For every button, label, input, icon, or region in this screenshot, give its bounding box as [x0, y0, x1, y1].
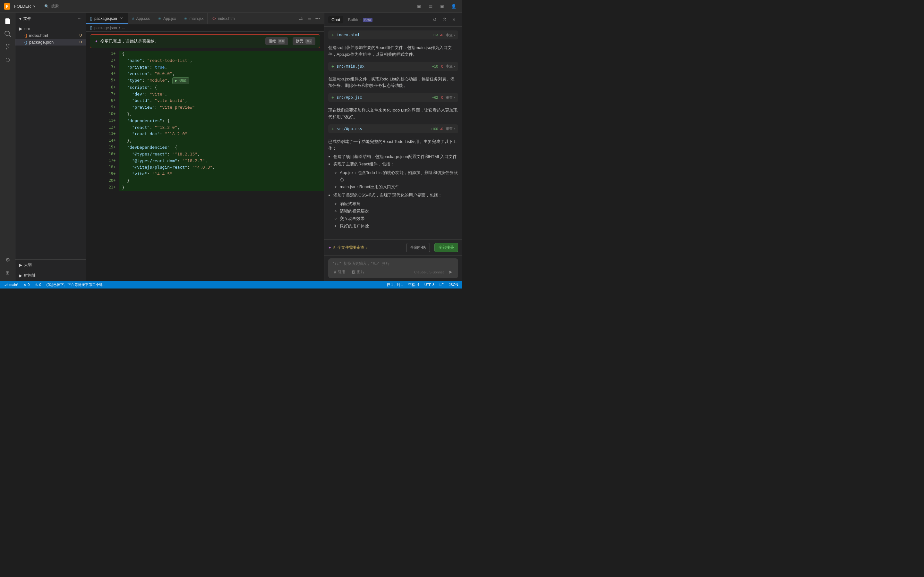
- activity-grid-btn[interactable]: ⊞: [2, 267, 13, 278]
- file-card-index-html-stats: +13 -0: [432, 33, 443, 37]
- file-card-app-jsx-header[interactable]: + src/App.jsx +62 -0 审查 ›: [328, 93, 458, 102]
- breadcrumb-file-icon: {}: [90, 26, 92, 30]
- tab-app-jsx[interactable]: ⚛ App.jsx: [154, 13, 180, 24]
- status-lang[interactable]: JSON: [449, 283, 458, 287]
- tab-main-jsx[interactable]: ⚛ main.jsx: [180, 13, 208, 24]
- tab-index-htm-icon: <>: [212, 16, 216, 21]
- breadcrumb-sep: /: [119, 26, 120, 30]
- chat-send-btn[interactable]: ➤: [446, 268, 454, 276]
- code-line-21: 21+ }: [86, 184, 324, 191]
- file-card-app-css-name: src/App.css: [336, 127, 428, 131]
- status-errors[interactable]: ⊗ 0: [23, 283, 29, 287]
- sidebar-header: ▾ 文件 ⋯: [15, 13, 86, 25]
- file-card-main-jsx-name: src/main.jsx: [336, 64, 430, 69]
- more-tabs-btn[interactable]: •••: [314, 15, 321, 23]
- chat-messages[interactable]: + index.html +13 -0 审查 › 创建src目录并添加主要的Re…: [325, 27, 462, 239]
- app-jsx-review-btn[interactable]: 审查 ›: [446, 95, 455, 100]
- layout-center-btn[interactable]: ▤: [426, 2, 435, 11]
- code-editor[interactable]: 1+ { 2+ "name": "react-todo-list", 3+ "p…: [86, 51, 324, 281]
- account-btn[interactable]: 👤: [449, 2, 458, 11]
- layout-side-btn[interactable]: ▭: [305, 15, 313, 23]
- accept-button[interactable]: 接受 ⌘↵: [292, 37, 315, 45]
- panel-clock-btn[interactable]: ⏱: [440, 15, 449, 24]
- search-bar[interactable]: 🔍 搜索: [44, 3, 59, 9]
- app-css-review-btn[interactable]: 审查 ›: [446, 126, 455, 131]
- code-line-13: 13+ "react-dom": "^18.2.0": [86, 131, 324, 137]
- panel-tab-builder[interactable]: Builder Beta: [344, 16, 376, 23]
- panel-tab-chat[interactable]: Chat: [328, 16, 343, 23]
- chat-text-1: 创建src目录并添加主要的React组件文件，包括main.jsx作为入口文件，…: [328, 45, 458, 58]
- index-html-label: index.html: [29, 33, 48, 38]
- layout-right-btn[interactable]: ▣: [438, 2, 447, 11]
- file-card-main-jsx: + src/main.jsx +10 -0 审查 ›: [328, 62, 458, 71]
- accept-all-button[interactable]: 全部接受: [435, 243, 458, 252]
- panel-history-btn[interactable]: ↺: [431, 15, 439, 24]
- status-branch[interactable]: ⎇ main*: [4, 283, 18, 287]
- debug-tooltip[interactable]: ▶ 调试: [172, 77, 189, 84]
- reject-button[interactable]: 拒绝 ⌘⌫: [265, 37, 288, 45]
- code-line-5: 5+ "type": "module",▶ 调试: [86, 77, 324, 84]
- code-line-11: 11+ "dependencies": {: [86, 118, 324, 124]
- sidebar-filter-icon[interactable]: ⋯: [78, 17, 82, 21]
- chat-input-field[interactable]: [332, 261, 454, 266]
- sidebar-section-title[interactable]: ▾ 文件: [19, 16, 31, 21]
- activity-files-btn[interactable]: [2, 15, 13, 27]
- encoding-label: UTF-8: [425, 283, 435, 287]
- tab-package-json[interactable]: {} package.json ✕: [86, 13, 128, 24]
- tree-item-src[interactable]: ▶ src: [15, 25, 86, 32]
- main-jsx-stat-add: +10: [432, 64, 438, 68]
- file-card-main-jsx-header[interactable]: + src/main.jsx +10 -0 审查 ›: [328, 62, 458, 71]
- activity-git-btn[interactable]: [2, 41, 13, 53]
- image-btn[interactable]: 🖼 图片: [350, 269, 367, 276]
- files-count-badge: ✦ 5 个文件需要审查 ›: [328, 245, 368, 250]
- tab-package-json-label: package.json: [94, 16, 117, 21]
- indent-label: 空格: 4: [408, 282, 419, 287]
- tree-item-package-json[interactable]: {} package.json U: [15, 39, 86, 45]
- tab-index-htm[interactable]: <> index.htm: [208, 13, 239, 24]
- panel-close-btn[interactable]: ✕: [450, 15, 458, 24]
- file-card-index-html-header[interactable]: + index.html +13 -0 审查 ›: [328, 31, 458, 39]
- outline-label: 大纲: [24, 262, 32, 268]
- activity-extensions-btn[interactable]: ⬡: [2, 54, 13, 65]
- activity-search-btn[interactable]: [2, 28, 13, 40]
- status-indent[interactable]: 空格: 4: [408, 282, 419, 287]
- status-warnings[interactable]: ⚠ 0: [35, 283, 41, 287]
- package-json-icon: {}: [24, 40, 27, 45]
- outline-section[interactable]: ▶ 大纲: [15, 259, 86, 270]
- layout-left-btn[interactable]: ▣: [415, 2, 423, 11]
- split-horizontal-btn[interactable]: ⇄: [297, 15, 305, 23]
- file-card-app-css-stats: +100 -0: [430, 127, 443, 131]
- reject-label: 拒绝: [268, 39, 276, 44]
- tree-item-index-html[interactable]: {} index.html U: [15, 32, 86, 39]
- summary-item-3: 添加了美观的CSS样式，实现了现代化的用户界面，包括： 响应式布局 清晰的视觉层…: [333, 192, 458, 229]
- tab-main-jsx-label: main.jsx: [189, 16, 204, 21]
- status-encoding[interactable]: UTF-8: [425, 283, 435, 287]
- activity-settings-btn[interactable]: ⚙: [2, 254, 13, 266]
- summary-item-ux: 良好的用户体验: [340, 223, 458, 229]
- timeline-label: 时间轴: [24, 273, 36, 278]
- package-json-label: package.json: [29, 40, 54, 45]
- folder-label[interactable]: FOLDER ∨: [14, 4, 35, 9]
- file-card-app-css-header[interactable]: + src/App.css +100 -0 审查 ›: [328, 124, 458, 133]
- tab-app-css-icon: #: [132, 16, 134, 21]
- reference-btn[interactable]: # 引用: [332, 269, 347, 276]
- warning-icon: ⚠: [35, 283, 38, 287]
- accept-shortcut: ⌘↵: [305, 39, 312, 44]
- status-position[interactable]: 行 1，列 1: [387, 282, 403, 287]
- file-card-index-html: + index.html +13 -0 审查 ›: [328, 31, 458, 39]
- reject-all-button[interactable]: 全部拒绝: [406, 243, 430, 252]
- index-html-review-btn[interactable]: 审查 ›: [446, 33, 455, 37]
- timeline-section[interactable]: ▶ 时间轴: [15, 270, 86, 281]
- tab-app-css[interactable]: # App.css: [128, 13, 154, 24]
- branch-icon: ⎇: [4, 283, 8, 287]
- files-count-label: 个文件需要审查: [338, 245, 365, 250]
- status-eol[interactable]: LF: [439, 283, 444, 287]
- code-content: 1+ { 2+ "name": "react-todo-list", 3+ "p…: [86, 51, 324, 191]
- summary-item-1: 创建了项目基础结构，包括package.json配置文件和HTML入口文件: [333, 153, 458, 160]
- main-jsx-review-btn[interactable]: 审查 ›: [446, 64, 455, 69]
- error-icon: ⊗: [23, 283, 26, 287]
- code-line-10: 10+ },: [86, 111, 324, 118]
- right-panel: Chat Builder Beta ↺ ⏱ ✕ + index.html +13: [324, 13, 462, 281]
- tab-package-json-close[interactable]: ✕: [119, 16, 124, 21]
- svg-point-0: [6, 44, 7, 45]
